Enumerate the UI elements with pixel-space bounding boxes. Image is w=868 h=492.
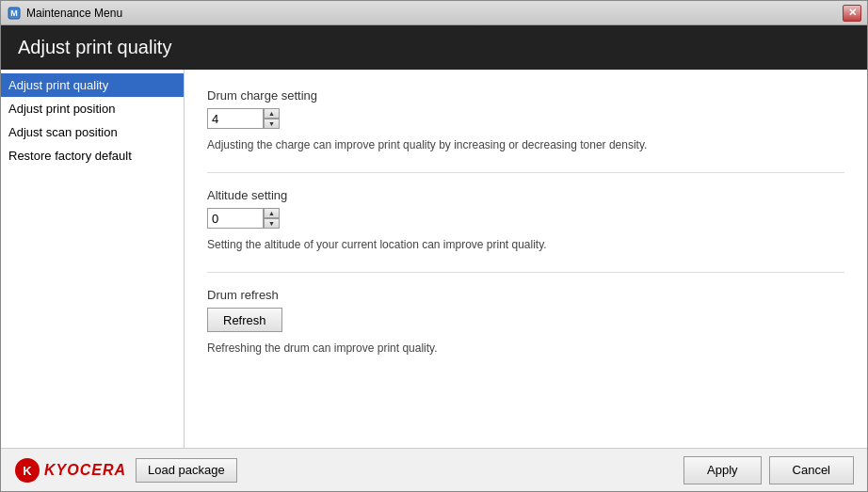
drum-charge-spinner-buttons: ▲ ▼ [264,108,280,129]
svg-text:K: K [23,464,32,478]
altitude-input[interactable] [207,208,264,229]
app-icon: M [7,6,22,21]
sidebar-item-restore-factory-default[interactable]: Restore factory default [1,144,184,167]
altitude-label: Altitude setting [207,188,844,202]
main-window: M Maintenance Menu ✕ Adjust print qualit… [0,0,868,492]
kyocera-emblem-icon: K [14,457,40,484]
altitude-description: Setting the altitude of your current loc… [207,236,678,253]
altitude-decrement[interactable]: ▼ [264,218,280,229]
kyocera-text: KYOCERA [44,462,126,479]
footer: K KYOCERA Load package Apply Cancel [1,448,867,491]
svg-text:M: M [10,8,18,18]
divider-2 [207,272,844,273]
drum-charge-section: Drum charge setting ▲ ▼ Adjusting the ch… [207,88,844,153]
title-bar-title: Maintenance Menu [26,7,122,20]
refresh-button[interactable]: Refresh [207,308,282,332]
main-content: Adjust print quality Adjust print positi… [1,70,867,448]
sidebar: Adjust print quality Adjust print positi… [1,70,185,448]
drum-refresh-section: Drum refresh Refresh Refreshing the drum… [207,288,844,357]
cancel-button[interactable]: Cancel [769,456,854,484]
altitude-spinner-buttons: ▲ ▼ [264,208,280,229]
drum-charge-decrement[interactable]: ▼ [264,119,280,129]
close-button[interactable]: ✕ [843,5,861,22]
altitude-section: Altitude setting ▲ ▼ Setting the altitud… [207,188,844,253]
drum-charge-input[interactable] [207,108,264,129]
footer-left: K KYOCERA Load package [14,457,237,484]
altitude-spinner-wrapper: ▲ ▼ [207,208,844,229]
title-bar-left: M Maintenance Menu [7,6,122,21]
drum-charge-description: Adjusting the charge can improve print q… [207,136,678,153]
load-package-button[interactable]: Load package [136,458,237,483]
footer-right: Apply Cancel [683,456,854,484]
sidebar-item-adjust-scan-position[interactable]: Adjust scan position [1,120,184,144]
apply-button[interactable]: Apply [683,456,762,484]
content-panel: Drum charge setting ▲ ▼ Adjusting the ch… [185,70,867,448]
divider-1 [207,172,844,173]
sidebar-item-adjust-print-quality[interactable]: Adjust print quality [1,73,184,97]
drum-charge-increment[interactable]: ▲ [264,108,280,119]
page-title: Adjust print quality [18,37,171,57]
drum-refresh-label: Drum refresh [207,288,844,302]
kyocera-logo: K KYOCERA [14,457,126,484]
title-bar: M Maintenance Menu ✕ [1,1,867,25]
drum-charge-spinner-wrapper: ▲ ▼ [207,108,844,129]
sidebar-item-adjust-print-position[interactable]: Adjust print position [1,97,184,120]
drum-refresh-description: Refreshing the drum can improve print qu… [207,340,678,357]
altitude-increment[interactable]: ▲ [264,208,280,218]
drum-charge-label: Drum charge setting [207,88,844,103]
page-header: Adjust print quality [1,25,867,70]
